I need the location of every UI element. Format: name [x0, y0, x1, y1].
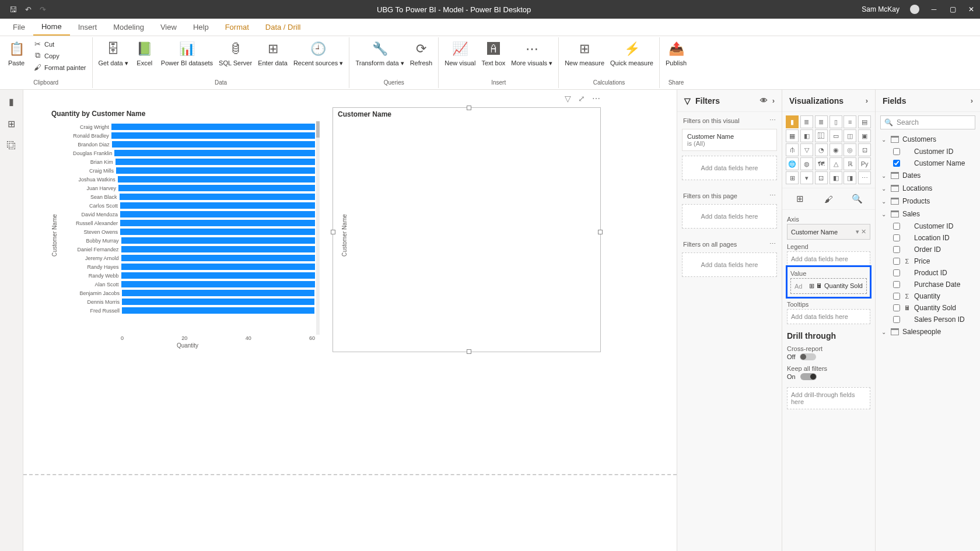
tab-home[interactable]: Home	[33, 19, 70, 36]
field-location-id[interactable]: Location ID	[878, 232, 978, 244]
filter-drop-visual[interactable]: Add data fields here	[682, 156, 777, 180]
field-customer-id[interactable]: Customer ID	[878, 220, 978, 232]
viz-type-icon[interactable]: ◉	[830, 143, 842, 156]
viz-type-icon[interactable]: 🌐	[786, 157, 799, 170]
well-legend[interactable]: Add data fields here	[787, 251, 870, 266]
viz-type-icon[interactable]: ◧	[800, 129, 813, 142]
recent-sources-button[interactable]: 🕘Recent sources ▾	[291, 38, 346, 68]
filters-visual-more[interactable]: ⋯	[769, 117, 776, 124]
well-value[interactable]: Ad⊞ 🖩 Quantity Sold	[790, 278, 867, 294]
chart-bar-row[interactable]: Randy Hayes	[64, 262, 315, 271]
chart-bar-row[interactable]: Fred Russell	[64, 306, 315, 315]
field-customer-name[interactable]: Customer Name	[878, 157, 978, 169]
viz-type-icon[interactable]: ◫	[844, 129, 856, 142]
viz-type-icon[interactable]: ◧	[830, 171, 842, 184]
filter-drop-page[interactable]: Add data fields here	[682, 204, 777, 229]
viz-type-icon[interactable]: ▤	[858, 115, 871, 128]
close-button[interactable]: ✕	[967, 5, 975, 13]
minimize-button[interactable]: ─	[930, 5, 938, 13]
field-customer-id[interactable]: Customer ID	[878, 146, 978, 157]
chart-bar-row[interactable]: Steven Owens	[64, 227, 315, 236]
new-measure-button[interactable]: ⊞New measure	[562, 38, 607, 68]
more-visuals-button[interactable]: ⋯More visuals ▾	[509, 38, 555, 68]
table-products[interactable]: ⌄Products	[878, 195, 978, 208]
viz-type-icon[interactable]: ▭	[830, 129, 842, 142]
viz-type-icon[interactable]: ◔	[815, 143, 828, 156]
paste-button[interactable]: 📋Paste	[4, 38, 29, 68]
chart-bar-row[interactable]: Jeremy Arnold	[64, 254, 315, 262]
field-quantity-sold[interactable]: 🖩Quantity Sold	[878, 302, 978, 314]
viz-type-icon[interactable]: ▦	[786, 129, 799, 142]
chart-bar-row[interactable]: Randy Webb	[64, 271, 315, 280]
format-painter-button[interactable]: 🖌Format painter	[30, 62, 89, 72]
report-canvas[interactable]: Quantity by Customer Name Customer Name …	[23, 90, 677, 551]
viz-fields-tab[interactable]: ⊞	[793, 192, 807, 206]
fields-collapse-icon[interactable]: ›	[971, 96, 973, 105]
viz-type-icon[interactable]: ▣	[858, 129, 871, 142]
drill-through-well[interactable]: Add drill-through fields here	[787, 387, 870, 409]
filter-card-customer-name[interactable]: Customer Name is (All)	[682, 129, 777, 151]
viz-analytics-tab[interactable]: 🔍	[850, 192, 864, 206]
chart-bar-row[interactable]: Douglas Franklin	[64, 149, 315, 157]
tab-help[interactable]: Help	[185, 19, 217, 36]
enter-data-button[interactable]: ⊞Enter data	[256, 38, 290, 68]
visual-filter-icon[interactable]: ▽	[565, 94, 571, 103]
filters-visibility-icon[interactable]: 👁	[760, 96, 768, 105]
viz-type-icon[interactable]: ⫛	[786, 143, 799, 156]
filters-collapse-icon[interactable]: ›	[772, 96, 775, 105]
field-purchase-date[interactable]: Purchase Date	[878, 279, 978, 290]
tab-format[interactable]: Format	[217, 19, 257, 36]
filters-all-more[interactable]: ⋯	[769, 240, 776, 248]
chart-bar-row[interactable]: Dennis Morris	[64, 297, 315, 306]
viz-type-icon[interactable]: 🗺	[815, 157, 828, 170]
viz-type-icon[interactable]: ≣	[800, 115, 813, 128]
table-customers[interactable]: ⌄Customers	[878, 133, 978, 146]
bar-chart-visual[interactable]: Quantity by Customer Name Customer Name …	[47, 107, 321, 352]
redo-icon[interactable]: ↷	[40, 5, 46, 14]
field-product-id[interactable]: Product ID	[878, 267, 978, 279]
chart-bar-row[interactable]: Russell Alexander	[64, 219, 315, 227]
viz-type-icon[interactable]: ℝ	[844, 157, 856, 170]
table-salespeople[interactable]: ⌄Salespeople	[878, 325, 978, 338]
tab-view[interactable]: View	[152, 19, 185, 36]
user-name[interactable]: Sam McKay	[862, 5, 900, 13]
filters-page-more[interactable]: ⋯	[769, 192, 776, 199]
chart-bar-row[interactable]: Benjamin Jacobs	[64, 289, 315, 297]
field-price[interactable]: ΣPrice	[878, 255, 978, 267]
fields-search[interactable]: 🔍 Search	[880, 115, 975, 129]
field-sales-person-id[interactable]: Sales Person ID	[878, 314, 978, 325]
maximize-button[interactable]: ▢	[949, 5, 957, 13]
chart-bar-row[interactable]: Daniel Fernandez	[64, 245, 315, 254]
chart-bar-row[interactable]: Craig Mills	[64, 166, 315, 175]
viz-type-icon[interactable]: ⊞	[786, 171, 799, 184]
chart-bar-row[interactable]: Sean Black	[64, 192, 315, 201]
viz-type-icon[interactable]: ◍	[800, 157, 813, 170]
sql-server-button[interactable]: 🛢SQL Server	[216, 38, 254, 68]
well-tooltips[interactable]: Add data fields here	[787, 309, 870, 324]
refresh-button[interactable]: ⟳Refresh	[408, 38, 435, 68]
chart-bar-row[interactable]: Alan Scott	[64, 280, 315, 289]
transform-data-button[interactable]: 🔧Transform data ▾	[353, 38, 406, 68]
visual-focus-icon[interactable]: ⤢	[578, 94, 585, 103]
table-locations[interactable]: ⌄Locations	[878, 182, 978, 195]
viz-type-icon[interactable]: ⋯	[858, 171, 871, 184]
tab-insert[interactable]: Insert	[70, 19, 106, 36]
viz-type-icon[interactable]: ⊡	[815, 171, 828, 184]
viz-type-icon[interactable]: ◨	[844, 171, 856, 184]
field-quantity[interactable]: ΣQuantity	[878, 290, 978, 302]
tab-modeling[interactable]: Modeling	[105, 19, 152, 36]
new-visual-button[interactable]: 📈New visual	[442, 38, 478, 68]
avatar[interactable]	[910, 5, 919, 14]
keep-filters-toggle[interactable]	[800, 373, 817, 380]
tab-file[interactable]: File	[5, 19, 33, 36]
viz-type-icon[interactable]: ◎	[844, 143, 856, 156]
chart-bar-row[interactable]: Juan Harvey	[64, 184, 315, 192]
data-view-icon[interactable]: ⊞	[6, 118, 18, 129]
model-view-icon[interactable]: ⿻	[6, 140, 18, 152]
field-order-id[interactable]: Order ID	[878, 244, 978, 255]
chart-bar-row[interactable]: Brian Kim	[64, 157, 315, 166]
undo-icon[interactable]: ↶	[25, 5, 32, 14]
chart-scrollbar[interactable]	[316, 121, 320, 335]
viz-type-icon[interactable]: △	[830, 157, 842, 170]
chart-bar-row[interactable]: Carlos Scott	[64, 201, 315, 210]
